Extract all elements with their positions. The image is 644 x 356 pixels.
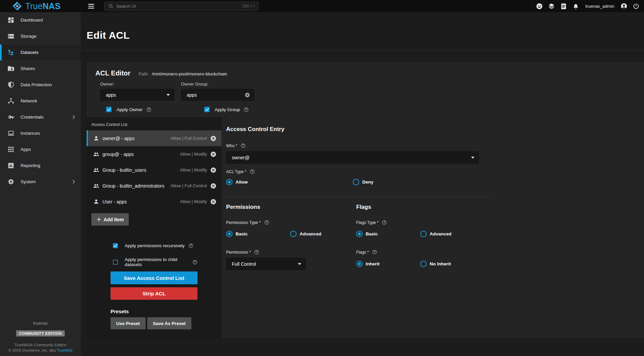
sidebar-item-shares[interactable]: Shares xyxy=(0,61,81,77)
main-content: Edit ACL ACL Editor Path: /mnt/monero-po… xyxy=(81,12,644,356)
apply-group-checkbox[interactable] xyxy=(204,107,210,112)
radio-icon xyxy=(290,231,297,237)
hamburger-menu-icon[interactable] xyxy=(87,2,95,10)
footer-copyright: © 2025 iXsystems, Inc. dba TrueNAS xyxy=(0,348,81,352)
help-icon[interactable] xyxy=(254,250,259,255)
add-item-button[interactable]: Add Item xyxy=(91,213,129,226)
user-avatar-icon[interactable] xyxy=(620,3,627,10)
flags-no-inherit-radio[interactable]: No Inherit xyxy=(420,261,451,267)
data-protection-shield-icon xyxy=(7,81,14,88)
sidebar-item-datasets[interactable]: Datasets xyxy=(0,44,81,61)
sidebar-item-reporting[interactable]: Reporting xyxy=(0,158,81,174)
apply-recursively-label: Apply permissions recursively xyxy=(125,243,185,248)
radio-icon xyxy=(356,231,363,237)
acl-entry-row[interactable]: Group - builtin_users Allow | Modify xyxy=(87,162,221,178)
help-icon[interactable] xyxy=(241,143,246,148)
sidebar-item-apps[interactable]: Apps xyxy=(0,141,81,158)
ace-heading: Access Control Entry xyxy=(226,126,644,133)
acl-entry-row[interactable]: owner@ - apps Allow | Full Control xyxy=(87,130,221,146)
truenas-footer-link[interactable]: TrueNAS xyxy=(57,348,72,352)
acl-entry-who: User - apps xyxy=(102,199,127,204)
sidebar-item-instances[interactable]: Instances xyxy=(0,125,81,141)
preset-buttons-row: Use Preset Save As Preset xyxy=(111,317,197,329)
username[interactable]: truenas_admin xyxy=(585,4,614,9)
permissions-select[interactable]: Full Control xyxy=(226,258,306,270)
apply-child-datasets-label: Apply permissions to child datasets xyxy=(125,257,189,267)
flags-inherit-radio[interactable]: Inherit xyxy=(356,261,420,267)
sidebar-item-system[interactable]: System xyxy=(0,174,81,190)
owner-group-input[interactable]: apps xyxy=(181,89,254,101)
save-as-preset-button[interactable]: Save As Preset xyxy=(147,317,191,329)
owner-group-field: Owner Group: apps xyxy=(181,82,254,101)
chevron-right-icon xyxy=(71,179,76,185)
help-icon[interactable] xyxy=(244,107,249,112)
truenas-logo-icon xyxy=(12,1,22,11)
delete-entry-icon[interactable] xyxy=(210,199,216,205)
child-datasets-checkbox-row: Apply permissions to child datasets xyxy=(111,257,197,267)
acl-entry-row[interactable]: Group - builtin_administrators Allow | F… xyxy=(87,178,221,194)
caret-down-icon xyxy=(166,94,170,96)
delete-entry-icon[interactable] xyxy=(210,135,216,141)
feedback-smiley-icon[interactable] xyxy=(536,3,543,10)
jobs-clipboard-icon[interactable] xyxy=(560,3,567,10)
presets-heading: Presets xyxy=(111,309,197,314)
group-icon xyxy=(93,183,99,189)
acl-entry-who: owner@ - apps xyxy=(102,136,134,141)
permissions-type-advanced-radio[interactable]: Advanced xyxy=(290,231,321,237)
permissions-flags-grid: Permissions Permissions Type * Basic xyxy=(221,204,644,270)
permissions-type-label: Permissions Type * xyxy=(226,220,261,225)
sidebar-item-data-protection[interactable]: Data Protection xyxy=(0,77,81,93)
sidebar-item-dashboard[interactable]: Dashboard xyxy=(0,12,81,28)
search-input[interactable] xyxy=(116,4,240,9)
owner-group-label: Owner Group: xyxy=(181,82,254,87)
help-icon[interactable] xyxy=(264,220,269,225)
flags-heading: Flags xyxy=(356,204,452,211)
sidebar-item-label: Storage xyxy=(21,34,36,39)
layers-icon[interactable] xyxy=(548,3,555,10)
acl-list-panel: Access Control List owner@ - apps Allow … xyxy=(87,117,221,338)
sidebar-item-network[interactable]: Network xyxy=(0,93,81,109)
save-acl-button[interactable]: Save Access Control List xyxy=(111,271,197,284)
delete-entry-icon[interactable] xyxy=(210,167,216,173)
truenas-logo-link[interactable]: TrueNAS xyxy=(0,1,81,11)
acl-entry-permissions: Allow | Full Control xyxy=(171,183,207,188)
who-select[interactable]: owner@ xyxy=(226,151,479,164)
acl-type-allow-radio[interactable]: Allow xyxy=(226,179,353,185)
sidebar-item-credentials[interactable]: Credentials xyxy=(0,109,81,125)
radio-icon xyxy=(420,231,427,237)
use-preset-button[interactable]: Use Preset xyxy=(111,317,146,329)
acl-type-label-row: ACL Type * xyxy=(226,169,644,174)
power-icon[interactable] xyxy=(633,3,640,10)
flags-type-advanced-radio[interactable]: Advanced xyxy=(420,231,452,237)
flags-label-row: Flags * xyxy=(356,250,452,255)
help-icon[interactable] xyxy=(372,250,377,255)
apply-checkboxes-row: Apply Owner Apply Group xyxy=(106,107,644,112)
help-icon[interactable] xyxy=(250,169,255,174)
apply-owner-checkbox[interactable] xyxy=(106,107,112,112)
search-box[interactable]: Ctrl + / xyxy=(104,2,258,11)
apply-child-datasets-checkbox[interactable] xyxy=(113,260,118,265)
clear-input-icon[interactable] xyxy=(245,92,250,98)
alerts-bell-icon[interactable] xyxy=(572,3,579,10)
strip-acl-button[interactable]: Strip ACL xyxy=(111,287,197,300)
help-icon[interactable] xyxy=(188,243,193,248)
sidebar-item-storage[interactable]: Storage xyxy=(0,28,81,44)
sidebar: Dashboard Storage Datasets Shares Data P… xyxy=(0,12,81,356)
acl-editor-heading: ACL Editor xyxy=(95,69,130,77)
owner-select[interactable]: apps xyxy=(100,89,174,101)
help-icon[interactable] xyxy=(382,220,387,225)
dataset-path: Path: /mnt/monero-pool/monero-blockchain xyxy=(139,71,227,76)
acl-type-deny-radio[interactable]: Deny xyxy=(353,179,373,185)
help-icon[interactable] xyxy=(192,260,197,265)
help-icon[interactable] xyxy=(146,107,151,112)
apply-recursively-checkbox[interactable] xyxy=(113,243,118,248)
shares-folder-icon xyxy=(7,65,14,72)
acl-entry-row[interactable]: group@ - apps Allow | Modify xyxy=(87,146,221,162)
flags-type-label: Flags Type * xyxy=(356,220,378,225)
acl-entry-row[interactable]: User - apps Allow | Modify xyxy=(87,194,221,209)
permissions-type-basic-radio[interactable]: Basic xyxy=(226,231,290,237)
delete-entry-icon[interactable] xyxy=(210,151,216,157)
delete-entry-icon[interactable] xyxy=(210,183,216,189)
flags-type-basic-radio[interactable]: Basic xyxy=(356,231,420,237)
sidebar-item-label: Credentials xyxy=(21,115,43,120)
